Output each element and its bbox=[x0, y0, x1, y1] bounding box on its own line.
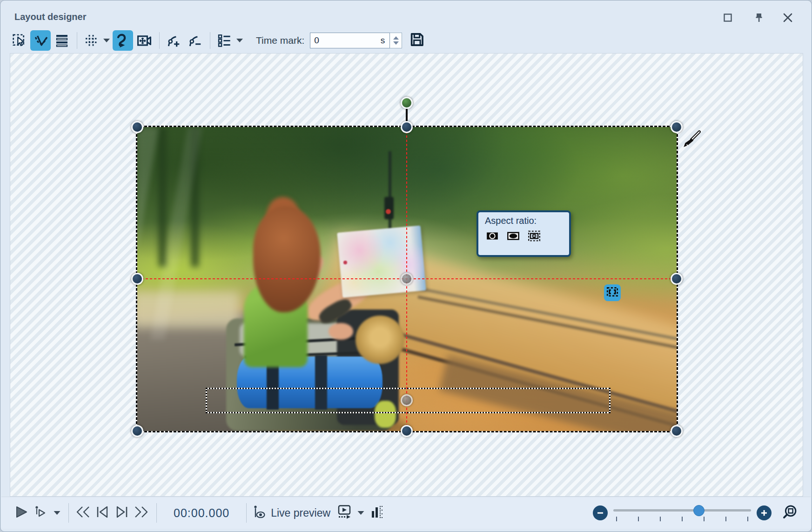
fit-brackets-icon bbox=[606, 285, 619, 300]
grid-tool[interactable] bbox=[81, 30, 101, 51]
time-mark-label: Time mark: bbox=[256, 35, 304, 46]
live-preview-toggle[interactable] bbox=[251, 503, 267, 523]
handle-bottom-right[interactable] bbox=[671, 425, 683, 437]
live-preview-label: Live preview bbox=[271, 507, 330, 519]
close-icon bbox=[783, 13, 793, 23]
handle-center[interactable] bbox=[401, 273, 413, 285]
preview-options-dropdown[interactable] bbox=[355, 503, 367, 523]
pin-play-icon bbox=[34, 505, 47, 521]
preview-window-button[interactable] bbox=[335, 503, 354, 523]
titlebar: Layout designer bbox=[0, 0, 812, 27]
aspect-stretch-button[interactable] bbox=[505, 229, 522, 245]
handle-top-center[interactable] bbox=[401, 121, 413, 133]
handle-middle-left[interactable] bbox=[131, 273, 143, 285]
time-mark-field: s bbox=[310, 33, 390, 48]
window-title: Layout designer bbox=[14, 12, 86, 22]
separator bbox=[77, 32, 77, 49]
add-node-tool[interactable] bbox=[163, 30, 184, 51]
chevron-down-icon bbox=[103, 36, 110, 45]
pin-eye-icon bbox=[252, 505, 266, 521]
go-to-end-button[interactable] bbox=[132, 503, 151, 523]
keyframe-list-dropdown[interactable] bbox=[235, 30, 244, 51]
curve-points-icon bbox=[33, 33, 48, 48]
fast-forward-icon bbox=[134, 505, 149, 521]
stretch-ellipse-icon bbox=[507, 229, 520, 244]
time-mark-spinner bbox=[390, 33, 402, 48]
chevron-down-icon bbox=[236, 36, 243, 45]
chevron-down-icon bbox=[357, 509, 364, 517]
next-frame-button[interactable] bbox=[113, 503, 131, 523]
aspect-ratio-label: Aspect ratio: bbox=[485, 215, 569, 226]
play-from-time-mark-button[interactable] bbox=[31, 503, 50, 523]
aspect-original-button[interactable] bbox=[526, 229, 543, 245]
play-options-dropdown[interactable] bbox=[51, 503, 63, 523]
zoom-slider-track[interactable] bbox=[613, 509, 751, 512]
time-mark-unit: s bbox=[381, 35, 390, 46]
skip-start-icon bbox=[95, 505, 109, 521]
crop-circle-icon bbox=[486, 229, 499, 244]
handle-top-left[interactable] bbox=[131, 121, 143, 133]
grid-icon bbox=[84, 33, 99, 48]
previous-frame-button[interactable] bbox=[93, 503, 112, 523]
transport-bar: 00:00.000 Live preview bbox=[1, 497, 811, 529]
separator bbox=[159, 32, 160, 49]
separator bbox=[210, 32, 210, 49]
selection-cursor-icon bbox=[12, 33, 27, 48]
select-tool[interactable] bbox=[9, 30, 29, 51]
layout-designer-window: Layout designer bbox=[0, 0, 812, 532]
keyframe-list-icon bbox=[217, 33, 232, 48]
close-button[interactable] bbox=[780, 11, 796, 25]
maximize-button[interactable] bbox=[720, 11, 736, 25]
inner-selection-handle[interactable] bbox=[401, 394, 413, 406]
maximize-icon bbox=[723, 13, 732, 22]
chevron-down-icon bbox=[54, 509, 60, 517]
monitor-play-icon bbox=[337, 505, 352, 521]
save-layout-button[interactable] bbox=[408, 31, 426, 50]
rewind-icon bbox=[75, 505, 90, 521]
spline-arrow-icon bbox=[115, 33, 131, 48]
edit-points-tool[interactable] bbox=[30, 30, 51, 51]
remove-node-tool[interactable] bbox=[185, 30, 205, 51]
paintbrush-cursor bbox=[680, 129, 702, 153]
zoom-in-button[interactable] bbox=[757, 505, 772, 520]
pin-icon bbox=[754, 13, 764, 23]
zoom-fit-icon bbox=[782, 504, 798, 522]
minus-icon bbox=[597, 509, 604, 517]
aspect-fit-button[interactable] bbox=[604, 284, 621, 301]
camera-view-tool[interactable] bbox=[134, 30, 154, 51]
spinner-down-button[interactable] bbox=[393, 41, 399, 45]
separator bbox=[68, 503, 69, 523]
smiley-frame-icon bbox=[528, 229, 541, 244]
skip-end-icon bbox=[115, 505, 129, 521]
zoom-slider-thumb[interactable] bbox=[693, 505, 705, 516]
aspect-crop-button[interactable] bbox=[484, 229, 501, 245]
grid-options-dropdown[interactable] bbox=[102, 30, 111, 51]
handle-middle-right[interactable] bbox=[671, 273, 683, 285]
time-mark-input[interactable] bbox=[310, 35, 371, 46]
handle-bottom-center[interactable] bbox=[401, 425, 413, 437]
path-animation-tool[interactable] bbox=[113, 30, 133, 51]
separator bbox=[246, 503, 247, 523]
zoom-fit-button[interactable] bbox=[780, 503, 800, 523]
toolbar: Time mark: s bbox=[9, 28, 803, 53]
handle-bottom-left[interactable] bbox=[131, 425, 143, 437]
audio-levels-button[interactable] bbox=[368, 503, 386, 523]
pin-button[interactable] bbox=[751, 11, 767, 25]
keyframe-list-tool[interactable] bbox=[214, 30, 235, 51]
time-display: 00:00.000 bbox=[174, 506, 229, 520]
zoom-slider[interactable] bbox=[613, 504, 751, 522]
plus-icon bbox=[760, 509, 768, 517]
zoom-out-button[interactable] bbox=[593, 505, 608, 520]
node-plus-icon bbox=[166, 33, 181, 48]
layers-icon bbox=[54, 33, 69, 48]
camera-pan-icon bbox=[136, 33, 152, 48]
layers-tool[interactable] bbox=[52, 30, 72, 51]
rotation-handle[interactable] bbox=[401, 97, 413, 109]
play-button[interactable] bbox=[12, 503, 30, 523]
play-icon bbox=[14, 505, 28, 521]
separator bbox=[156, 503, 157, 523]
spinner-up-button[interactable] bbox=[393, 36, 399, 40]
levels-icon bbox=[370, 505, 384, 521]
layout-canvas[interactable]: Aspect ratio: bbox=[10, 53, 803, 497]
go-to-start-button[interactable] bbox=[74, 503, 92, 523]
